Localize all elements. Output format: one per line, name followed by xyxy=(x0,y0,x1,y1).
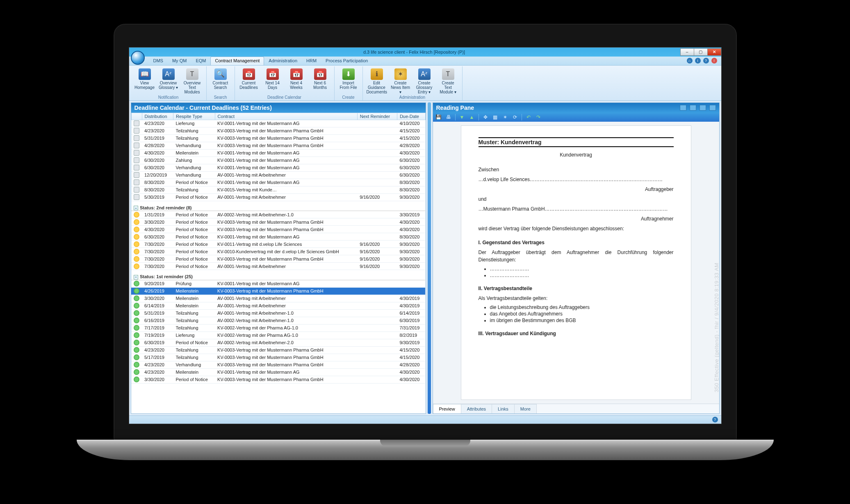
table-row[interactable]: 4/23/2020MeilensteinKV-0001-Vertrag mit … xyxy=(131,368,425,376)
table-row[interactable]: 8/30/2020TeilzahlungKV-0015-Vertrag mit … xyxy=(131,186,425,193)
grid-column-header[interactable] xyxy=(131,113,142,120)
minimize-button[interactable]: – xyxy=(680,48,694,56)
ribbon-button[interactable]: ⬇Import From File xyxy=(337,67,360,90)
table-row[interactable]: 7/17/2019TeilzahlungKV-0002-Vertrag mit … xyxy=(131,324,425,331)
pane-layout-icon-3[interactable] xyxy=(700,105,706,111)
table-row[interactable]: 1/31/2019Period of NoticeAV-0002-Vertrag… xyxy=(131,211,425,218)
status-help-icon[interactable]: ? xyxy=(712,417,718,422)
maximize-button[interactable]: ▢ xyxy=(694,48,708,56)
table-row[interactable]: 5/30/2019Period of NoticeAV-0001-Vertrag… xyxy=(131,193,425,201)
table-row[interactable]: 4/23/2020TeilzahlungKV-0003-Vertrag mit … xyxy=(131,127,425,134)
ribbon-tab[interactable]: HRM xyxy=(302,57,321,65)
ribbon-button[interactable]: ✶Create News Item ▾ xyxy=(389,67,412,95)
table-row[interactable]: 3/30/2020MeilensteinAV-0001-Vertrag mit … xyxy=(131,295,425,302)
ribbon-button[interactable]: AᶻOverview Glossary ▾ xyxy=(157,67,180,95)
deadline-grid-scroll[interactable]: DistributionRespite TypeContractNext Rem… xyxy=(131,113,426,413)
table-group-header[interactable]: −Status: 2nd reminder (8) xyxy=(131,201,425,211)
help-icon[interactable]: ? xyxy=(703,58,709,64)
row-status-icon xyxy=(134,135,139,141)
document-scroll[interactable]: 350 Effective (geltend) - fhir / 9/4/202… xyxy=(433,122,719,404)
table-row[interactable]: 4/23/2020TeilzahlungKV-0003-Vertrag mit … xyxy=(131,346,425,354)
ribbon-tab[interactable]: EQM xyxy=(191,57,210,65)
ribbon-tab[interactable]: Administration xyxy=(264,57,302,65)
fit-icon[interactable]: ✥ xyxy=(482,114,489,120)
table-row[interactable]: 4/23/2020VerhandlungKV-0003-Vertrag mit … xyxy=(131,361,425,368)
table-row[interactable]: 4/30/2020MeilensteinKV-0001-Vertrag mit … xyxy=(131,149,425,157)
table-group-header[interactable]: −Status: 1st reminder (25) xyxy=(131,270,425,280)
grid-column-header[interactable]: Due-Date xyxy=(397,113,425,120)
redo-icon[interactable]: ↷ xyxy=(535,114,542,120)
table-cell: 8/30/2020 xyxy=(142,186,173,193)
zoom-icon[interactable]: ✶ xyxy=(502,114,508,120)
ribbon-button[interactable]: 📅Current Deadlines xyxy=(237,67,260,90)
table-row[interactable]: 6/14/2019MeilensteinAV-0001-Vertrag mit … xyxy=(131,302,425,309)
table-row[interactable]: 5/17/2019TeilzahlungKV-0003-Vertrag mit … xyxy=(131,354,425,361)
table-row[interactable]: 8/30/2020Period of NoticeKV-0001-Vertrag… xyxy=(131,179,425,186)
table-row[interactable]: 4/26/2019MeilensteinKV-0003-Vertrag mit … xyxy=(131,287,425,295)
row-status-icon xyxy=(134,157,139,163)
table-row[interactable]: 7/30/2020Period of NoticeAV-0001-Vertrag… xyxy=(131,263,425,270)
table-row[interactable]: 3/30/2020Period of NoticeKV-0003-Vertrag… xyxy=(131,218,425,226)
page-icon[interactable]: ▦ xyxy=(492,114,499,120)
grid-column-header[interactable]: Next Reminder xyxy=(357,113,397,120)
table-row[interactable]: 5/31/2019TeilzahlungAV-0001-Vertrag mit … xyxy=(131,309,425,317)
table-row[interactable]: 6/30/2019Period of NoticeAV-0002-Vertrag… xyxy=(131,339,425,346)
ribbon-button[interactable]: 📅Next 6 Months xyxy=(309,67,332,90)
vertical-splitter[interactable] xyxy=(428,102,431,414)
table-row[interactable]: 7/30/2020Period of NoticeKV-0003-Vertrag… xyxy=(131,255,425,263)
reading-pane-tab[interactable]: More xyxy=(514,404,537,413)
ribbon-tab[interactable]: DMS xyxy=(149,57,168,65)
undo-icon[interactable]: ↶ xyxy=(525,114,532,120)
ribbon-button[interactable]: 🔍Contract Search xyxy=(209,67,232,90)
table-row[interactable]: 4/30/2020Period of NoticeKV-0003-Vertrag… xyxy=(131,226,425,233)
save-icon[interactable]: 💾 xyxy=(435,114,442,120)
alert-icon[interactable]: ! xyxy=(711,58,717,64)
table-row[interactable]: 6/30/2020VerhandlungKV-0001-Vertrag mit … xyxy=(131,164,425,171)
pane-layout-icon-2[interactable] xyxy=(690,105,696,111)
table-row[interactable]: 12/20/2019VerhandlungAV-0001-Vertrag mit… xyxy=(131,171,425,179)
table-row[interactable]: 7/19/2019LieferungKV-0002-Vertrag mit de… xyxy=(131,331,425,339)
ribbon-tab[interactable]: Contract Management xyxy=(210,57,264,65)
pane-close-icon[interactable] xyxy=(709,105,716,111)
table-row[interactable]: 5/31/2019TeilzahlungKV-0003-Vertrag mit … xyxy=(131,134,425,142)
grid-column-header[interactable]: Distribution xyxy=(142,113,173,120)
grid-column-header[interactable]: Contract xyxy=(215,113,357,120)
table-row[interactable]: 6/30/2020ZahlungKV-0001-Vertrag mit der … xyxy=(131,157,425,164)
ribbon-button[interactable]: TOverview Text Modules xyxy=(181,67,204,95)
rotate-icon[interactable]: ⟳ xyxy=(512,114,518,120)
table-row[interactable]: 6/30/2020Period of NoticeKV-0001-Vertrag… xyxy=(131,233,425,241)
home-icon[interactable]: ⌂ xyxy=(687,58,693,64)
table-row[interactable]: 3/30/2020Period of NoticeKV-0003-Vertrag… xyxy=(131,376,425,383)
table-row[interactable]: 7/30/2020Period of NoticeKV-0010-Kundenv… xyxy=(131,248,425,255)
ribbon-button[interactable]: 📅Next 4 Weeks xyxy=(285,67,308,90)
table-cell: Period of Notice xyxy=(173,376,215,383)
ribbon-button[interactable]: 📖View Homepage xyxy=(133,67,156,95)
reading-pane-tab[interactable]: Attributes xyxy=(461,404,492,413)
reading-pane-tab[interactable]: Preview xyxy=(433,404,461,413)
table-cell xyxy=(131,361,142,368)
ribbon-group: ℹEdit Guidance Documents✶Create News Ite… xyxy=(363,66,463,100)
info-icon[interactable]: i xyxy=(695,58,701,64)
table-row[interactable]: 9/20/2019PrüfungKV-0001-Vertrag mit der … xyxy=(131,280,425,287)
arrow-down-icon[interactable]: ▼ xyxy=(459,114,465,120)
ribbon-button[interactable]: ℹEdit Guidance Documents xyxy=(365,67,388,95)
table-row[interactable]: 6/16/2019TeilzahlungAV-0002-Vertrag mit … xyxy=(131,317,425,324)
ribbon-button[interactable]: AᶻCreate Glossary Entry ▾ xyxy=(413,67,436,95)
reading-pane-tab[interactable]: Links xyxy=(492,404,515,413)
collapse-toggle-icon[interactable]: − xyxy=(134,206,138,210)
ribbon-tab[interactable]: My QM xyxy=(168,57,191,65)
close-button[interactable]: ✕ xyxy=(707,48,721,56)
ribbon-button[interactable]: TCreate Text Module ▾ xyxy=(437,67,460,95)
grid-column-header[interactable]: Respite Type xyxy=(173,113,215,120)
arrow-up-icon[interactable]: ▲ xyxy=(469,114,475,120)
row-status-icon xyxy=(134,362,139,368)
print-icon[interactable]: 🖶 xyxy=(445,114,452,120)
table-row[interactable]: 4/28/2020VerhandlungKV-0003-Vertrag mit … xyxy=(131,142,425,149)
ribbon-tab[interactable]: Process Participation xyxy=(321,57,372,65)
collapse-toggle-icon[interactable]: − xyxy=(134,275,138,279)
pane-layout-icon-1[interactable] xyxy=(680,105,686,111)
table-row[interactable]: 4/23/2020LieferungKV-0001-Vertrag mit de… xyxy=(131,120,425,127)
table-row[interactable]: 7/30/2020Period of NoticeKV-0011-Vertrag… xyxy=(131,241,425,248)
ribbon-button[interactable]: 📅Next 14 Days xyxy=(261,67,284,90)
app-orb-icon[interactable] xyxy=(131,51,145,65)
